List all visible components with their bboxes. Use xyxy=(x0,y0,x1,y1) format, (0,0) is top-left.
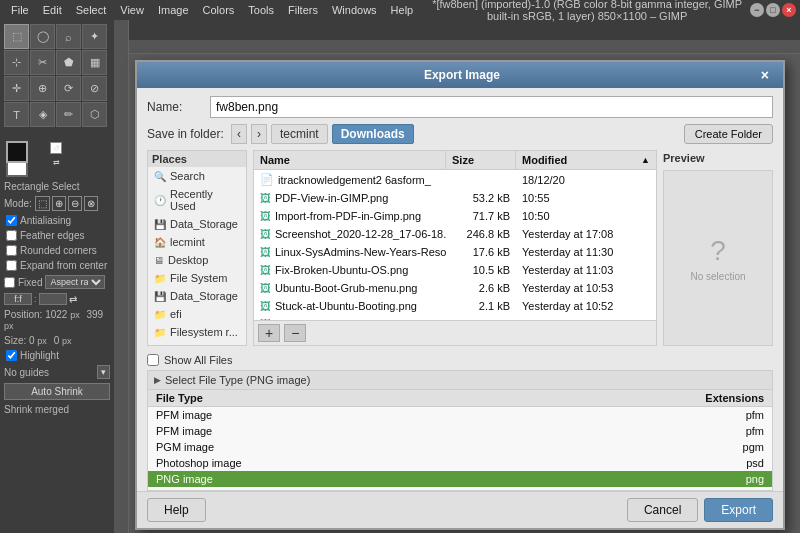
breadcrumb-tecmint[interactable]: tecmint xyxy=(271,124,328,144)
file-row[interactable]: 🖼 Stuck-at-Ubuntu-Booting.png 2.1 kB Yes… xyxy=(254,297,656,315)
file-row[interactable]: 🖼 Screenshot_2020-12-28_17-06-18.png 246… xyxy=(254,225,656,243)
ratio-input-1[interactable] xyxy=(4,293,32,305)
name-input[interactable] xyxy=(210,96,773,118)
fixed-select[interactable]: Aspect ratio xyxy=(45,275,105,289)
mode-icon-1[interactable]: ⬚ xyxy=(35,196,50,211)
menu-help[interactable]: Help xyxy=(386,2,419,18)
filetype-row[interactable]: PNM image pnm xyxy=(148,487,772,490)
fixed-checkbox[interactable] xyxy=(4,277,15,288)
tool-scissors[interactable]: ✂ xyxy=(30,50,55,75)
filetype-ext: png xyxy=(652,471,772,487)
export-image-dialog: Export Image × Name: Save in folder: ‹ ›… xyxy=(135,60,785,530)
export-button[interactable]: Export xyxy=(704,498,773,522)
tool-foreground-select[interactable]: ⬟ xyxy=(56,50,81,75)
tool-rotate[interactable]: ⟳ xyxy=(56,76,81,101)
file-name-text: Fix-Broken-Ubuntu-OS.png xyxy=(275,264,408,276)
breadcrumb-downloads[interactable]: Downloads xyxy=(332,124,414,144)
preview-question-icon: ? xyxy=(710,235,726,267)
file-row[interactable]: 🖼 Linux-SysAdmins-New-Years-Resolutions.… xyxy=(254,243,656,261)
file-row[interactable]: 🖼 Fix-Broken-Ubuntu-OS.png 10.5 kB Yeste… xyxy=(254,261,656,279)
add-bookmark-button[interactable]: + xyxy=(258,324,280,342)
menu-filters[interactable]: Filters xyxy=(283,2,323,18)
rounded-checkbox[interactable] xyxy=(6,245,17,256)
tool-pencil[interactable]: ✏ xyxy=(56,102,81,127)
places-item-search[interactable]: 🔍 Search xyxy=(148,167,246,185)
tool-ellipse-select[interactable]: ◯ xyxy=(30,24,55,49)
tool-color-select[interactable]: ⊹ xyxy=(4,50,29,75)
reset-colors-icon[interactable]: ↺ xyxy=(50,142,62,154)
expand-checkbox[interactable] xyxy=(6,260,17,271)
tool-fuzzy-select[interactable]: ✦ xyxy=(82,24,107,49)
search-icon: 🔍 xyxy=(154,171,166,182)
menu-colors[interactable]: Colors xyxy=(198,2,240,18)
filetype-header-label: Select File Type (PNG image) xyxy=(165,374,310,386)
nav-forward-button[interactable]: › xyxy=(251,124,267,144)
places-item-home[interactable]: 🏠 lecmint xyxy=(148,233,246,251)
places-item-data2[interactable]: 💾 Data_Storage xyxy=(148,287,246,305)
auto-shrink-button[interactable]: Auto Shrink xyxy=(4,383,110,400)
col-size-header[interactable]: Size xyxy=(446,151,516,169)
create-folder-button[interactable]: Create Folder xyxy=(684,124,773,144)
maximize-button[interactable]: □ xyxy=(766,3,780,17)
highlight-checkbox[interactable] xyxy=(6,350,17,361)
tool-paint-bucket[interactable]: ◈ xyxy=(30,102,55,127)
close-button[interactable]: × xyxy=(782,3,796,17)
filetype-row[interactable]: PFM image pfm xyxy=(148,407,772,424)
tool-free-select[interactable]: ⌕ xyxy=(56,24,81,49)
tool-rect-select[interactable]: ⬚ xyxy=(4,24,29,49)
filetype-row[interactable]: Photoshop image psd xyxy=(148,455,772,471)
size-y-val: 0 xyxy=(54,335,60,346)
dialog-close-button[interactable]: × xyxy=(757,67,773,83)
file-row[interactable]: 🖼 Import-from-PDF-in-Gimp.png 71.7 kB 10… xyxy=(254,207,656,225)
filetype-row[interactable]: PNG image png xyxy=(148,471,772,487)
menu-image[interactable]: Image xyxy=(153,2,194,18)
nav-back-button[interactable]: ‹ xyxy=(231,124,247,144)
file-row[interactable]: 🖼 PDF-View-in-GIMP.png 53.2 kB 10:55 xyxy=(254,189,656,207)
mode-icon-2[interactable]: ⊕ xyxy=(52,196,66,211)
col-mod-header[interactable]: Modified ▲ xyxy=(516,151,656,169)
show-all-label[interactable]: Show All Files xyxy=(164,354,232,366)
filetype-row[interactable]: PGM image pgm xyxy=(148,439,772,455)
foreground-color-swatch[interactable] xyxy=(6,141,28,163)
menu-view[interactable]: View xyxy=(115,2,149,18)
file-cell-modified: Yesterday at 17:08 xyxy=(516,227,656,241)
places-item-data1[interactable]: 💾 Data_Storage xyxy=(148,215,246,233)
feather-checkbox[interactable] xyxy=(6,230,17,241)
tool-move[interactable]: ✛ xyxy=(4,76,29,101)
tool-scale[interactable]: ⊘ xyxy=(82,76,107,101)
col-name-header[interactable]: Name xyxy=(254,151,446,169)
filetype-header[interactable]: ▶ Select File Type (PNG image) xyxy=(148,371,772,390)
help-button[interactable]: Help xyxy=(147,498,206,522)
tool-align[interactable]: ▦ xyxy=(82,50,107,75)
ratio-input-2[interactable] xyxy=(39,293,67,305)
places-item-desktop[interactable]: 🖥 Desktop xyxy=(148,251,246,269)
antialiasing-checkbox[interactable] xyxy=(6,215,17,226)
swap-ratio-icon[interactable]: ⇄ xyxy=(69,294,77,305)
file-cell-size: 10.5 kB xyxy=(446,263,516,277)
guides-button[interactable]: ▾ xyxy=(97,365,110,379)
mode-icon-4[interactable]: ⊗ xyxy=(84,196,98,211)
mode-icon-3[interactable]: ⊖ xyxy=(68,196,82,211)
cancel-button[interactable]: Cancel xyxy=(627,498,698,522)
file-row[interactable]: 📄 itracknowledgement2 6asform_ 18/12/20 xyxy=(254,170,656,189)
tool-crop[interactable]: ⊕ xyxy=(30,76,55,101)
file-row[interactable]: 🖼 Ubuntu-Boot-Grub-menu.png 2.6 kB Yeste… xyxy=(254,279,656,297)
places-item-filesystemr[interactable]: 📁 Filesystem r... xyxy=(148,323,246,341)
places-item-efi[interactable]: 📁 efi xyxy=(148,305,246,323)
filetype-name: PNG image xyxy=(148,471,652,487)
menu-select[interactable]: Select xyxy=(71,2,112,18)
tool-eraser[interactable]: ⬡ xyxy=(82,102,107,127)
menu-edit[interactable]: Edit xyxy=(38,2,67,18)
file-name-text: Ubuntu-Boot-Grub-menu.png xyxy=(275,282,417,294)
places-item-filesystem[interactable]: 📁 File System xyxy=(148,269,246,287)
remove-bookmark-button[interactable]: − xyxy=(284,324,306,342)
menu-windows[interactable]: Windows xyxy=(327,2,382,18)
tool-text[interactable]: T xyxy=(4,102,29,127)
show-all-checkbox[interactable] xyxy=(147,354,159,366)
swap-colors-icon[interactable]: ⇄ xyxy=(50,156,62,168)
places-item-recent[interactable]: 🕐 Recently Used xyxy=(148,185,246,215)
menu-file[interactable]: File xyxy=(6,2,34,18)
filetype-row[interactable]: PFM image pfm xyxy=(148,423,772,439)
minimize-button[interactable]: − xyxy=(750,3,764,17)
menu-tools[interactable]: Tools xyxy=(243,2,279,18)
